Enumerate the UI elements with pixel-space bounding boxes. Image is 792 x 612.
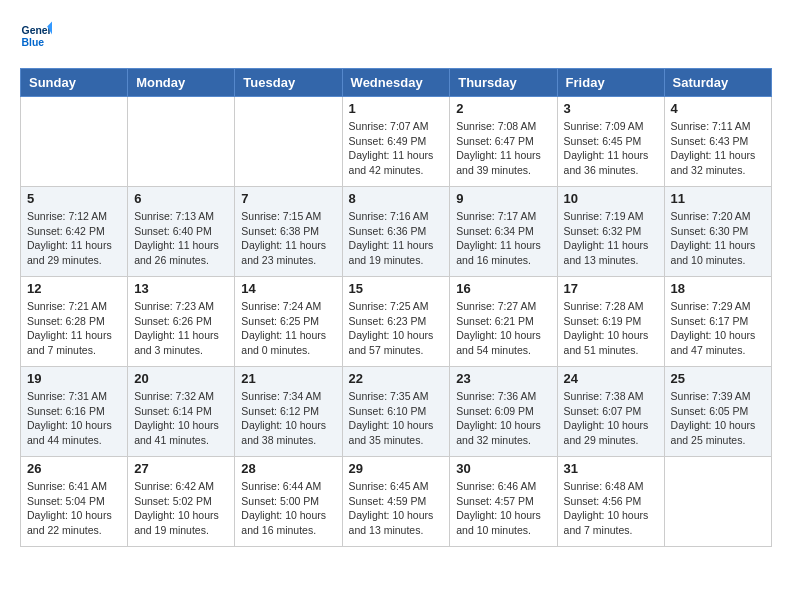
day-info: Sunrise: 7:09 AMSunset: 6:45 PMDaylight:… xyxy=(564,119,658,178)
day-info: Sunrise: 6:45 AMSunset: 4:59 PMDaylight:… xyxy=(349,479,444,538)
day-info: Sunrise: 7:31 AMSunset: 6:16 PMDaylight:… xyxy=(27,389,121,448)
day-of-week-header: Wednesday xyxy=(342,69,450,97)
calendar-cell: 3Sunrise: 7:09 AMSunset: 6:45 PMDaylight… xyxy=(557,97,664,187)
svg-text:Blue: Blue xyxy=(22,37,45,48)
calendar-cell: 14Sunrise: 7:24 AMSunset: 6:25 PMDayligh… xyxy=(235,277,342,367)
day-number: 18 xyxy=(671,281,765,296)
calendar-cell: 19Sunrise: 7:31 AMSunset: 6:16 PMDayligh… xyxy=(21,367,128,457)
day-of-week-header: Thursday xyxy=(450,69,557,97)
day-info: Sunrise: 7:08 AMSunset: 6:47 PMDaylight:… xyxy=(456,119,550,178)
calendar-cell: 23Sunrise: 7:36 AMSunset: 6:09 PMDayligh… xyxy=(450,367,557,457)
calendar-cell: 9Sunrise: 7:17 AMSunset: 6:34 PMDaylight… xyxy=(450,187,557,277)
day-info: Sunrise: 7:12 AMSunset: 6:42 PMDaylight:… xyxy=(27,209,121,268)
day-info: Sunrise: 7:38 AMSunset: 6:07 PMDaylight:… xyxy=(564,389,658,448)
day-number: 11 xyxy=(671,191,765,206)
calendar-week-row: 19Sunrise: 7:31 AMSunset: 6:16 PMDayligh… xyxy=(21,367,772,457)
calendar-cell: 17Sunrise: 7:28 AMSunset: 6:19 PMDayligh… xyxy=(557,277,664,367)
day-info: Sunrise: 7:17 AMSunset: 6:34 PMDaylight:… xyxy=(456,209,550,268)
calendar-cell: 28Sunrise: 6:44 AMSunset: 5:00 PMDayligh… xyxy=(235,457,342,547)
calendar-cell: 13Sunrise: 7:23 AMSunset: 6:26 PMDayligh… xyxy=(128,277,235,367)
day-number: 7 xyxy=(241,191,335,206)
day-number: 3 xyxy=(564,101,658,116)
calendar-cell: 12Sunrise: 7:21 AMSunset: 6:28 PMDayligh… xyxy=(21,277,128,367)
day-number: 16 xyxy=(456,281,550,296)
day-info: Sunrise: 6:46 AMSunset: 4:57 PMDaylight:… xyxy=(456,479,550,538)
calendar-cell xyxy=(664,457,771,547)
calendar-cell: 15Sunrise: 7:25 AMSunset: 6:23 PMDayligh… xyxy=(342,277,450,367)
day-info: Sunrise: 6:41 AMSunset: 5:04 PMDaylight:… xyxy=(27,479,121,538)
day-number: 6 xyxy=(134,191,228,206)
page-header: General Blue xyxy=(20,20,772,52)
day-number: 1 xyxy=(349,101,444,116)
calendar-cell: 20Sunrise: 7:32 AMSunset: 6:14 PMDayligh… xyxy=(128,367,235,457)
calendar-cell: 7Sunrise: 7:15 AMSunset: 6:38 PMDaylight… xyxy=(235,187,342,277)
calendar-cell xyxy=(235,97,342,187)
calendar-table: SundayMondayTuesdayWednesdayThursdayFrid… xyxy=(20,68,772,547)
calendar-cell: 16Sunrise: 7:27 AMSunset: 6:21 PMDayligh… xyxy=(450,277,557,367)
day-of-week-header: Tuesday xyxy=(235,69,342,97)
day-info: Sunrise: 7:16 AMSunset: 6:36 PMDaylight:… xyxy=(349,209,444,268)
day-number: 17 xyxy=(564,281,658,296)
calendar-cell: 26Sunrise: 6:41 AMSunset: 5:04 PMDayligh… xyxy=(21,457,128,547)
day-info: Sunrise: 7:21 AMSunset: 6:28 PMDaylight:… xyxy=(27,299,121,358)
day-number: 21 xyxy=(241,371,335,386)
day-number: 20 xyxy=(134,371,228,386)
day-of-week-header: Saturday xyxy=(664,69,771,97)
day-info: Sunrise: 7:29 AMSunset: 6:17 PMDaylight:… xyxy=(671,299,765,358)
day-info: Sunrise: 7:11 AMSunset: 6:43 PMDaylight:… xyxy=(671,119,765,178)
calendar-cell: 30Sunrise: 6:46 AMSunset: 4:57 PMDayligh… xyxy=(450,457,557,547)
svg-text:General: General xyxy=(22,25,52,36)
day-number: 14 xyxy=(241,281,335,296)
day-number: 12 xyxy=(27,281,121,296)
day-number: 31 xyxy=(564,461,658,476)
calendar-cell: 31Sunrise: 6:48 AMSunset: 4:56 PMDayligh… xyxy=(557,457,664,547)
day-number: 8 xyxy=(349,191,444,206)
logo-icon: General Blue xyxy=(20,20,52,52)
day-of-week-header: Monday xyxy=(128,69,235,97)
calendar-cell: 2Sunrise: 7:08 AMSunset: 6:47 PMDaylight… xyxy=(450,97,557,187)
calendar-cell: 29Sunrise: 6:45 AMSunset: 4:59 PMDayligh… xyxy=(342,457,450,547)
day-info: Sunrise: 6:42 AMSunset: 5:02 PMDaylight:… xyxy=(134,479,228,538)
day-info: Sunrise: 7:34 AMSunset: 6:12 PMDaylight:… xyxy=(241,389,335,448)
day-number: 22 xyxy=(349,371,444,386)
calendar-week-row: 5Sunrise: 7:12 AMSunset: 6:42 PMDaylight… xyxy=(21,187,772,277)
day-info: Sunrise: 7:25 AMSunset: 6:23 PMDaylight:… xyxy=(349,299,444,358)
day-number: 27 xyxy=(134,461,228,476)
day-info: Sunrise: 6:48 AMSunset: 4:56 PMDaylight:… xyxy=(564,479,658,538)
calendar-header-row: SundayMondayTuesdayWednesdayThursdayFrid… xyxy=(21,69,772,97)
day-info: Sunrise: 7:32 AMSunset: 6:14 PMDaylight:… xyxy=(134,389,228,448)
day-info: Sunrise: 7:39 AMSunset: 6:05 PMDaylight:… xyxy=(671,389,765,448)
day-info: Sunrise: 7:36 AMSunset: 6:09 PMDaylight:… xyxy=(456,389,550,448)
day-number: 4 xyxy=(671,101,765,116)
day-number: 15 xyxy=(349,281,444,296)
day-number: 29 xyxy=(349,461,444,476)
calendar-cell: 4Sunrise: 7:11 AMSunset: 6:43 PMDaylight… xyxy=(664,97,771,187)
calendar-week-row: 26Sunrise: 6:41 AMSunset: 5:04 PMDayligh… xyxy=(21,457,772,547)
calendar-cell xyxy=(128,97,235,187)
calendar-cell: 25Sunrise: 7:39 AMSunset: 6:05 PMDayligh… xyxy=(664,367,771,457)
calendar-cell: 18Sunrise: 7:29 AMSunset: 6:17 PMDayligh… xyxy=(664,277,771,367)
day-number: 26 xyxy=(27,461,121,476)
day-number: 5 xyxy=(27,191,121,206)
day-number: 13 xyxy=(134,281,228,296)
day-info: Sunrise: 7:28 AMSunset: 6:19 PMDaylight:… xyxy=(564,299,658,358)
day-number: 23 xyxy=(456,371,550,386)
calendar-cell: 6Sunrise: 7:13 AMSunset: 6:40 PMDaylight… xyxy=(128,187,235,277)
day-number: 28 xyxy=(241,461,335,476)
calendar-cell: 22Sunrise: 7:35 AMSunset: 6:10 PMDayligh… xyxy=(342,367,450,457)
day-info: Sunrise: 7:13 AMSunset: 6:40 PMDaylight:… xyxy=(134,209,228,268)
day-number: 10 xyxy=(564,191,658,206)
day-number: 25 xyxy=(671,371,765,386)
day-info: Sunrise: 7:27 AMSunset: 6:21 PMDaylight:… xyxy=(456,299,550,358)
day-info: Sunrise: 7:07 AMSunset: 6:49 PMDaylight:… xyxy=(349,119,444,178)
calendar-cell: 5Sunrise: 7:12 AMSunset: 6:42 PMDaylight… xyxy=(21,187,128,277)
day-info: Sunrise: 6:44 AMSunset: 5:00 PMDaylight:… xyxy=(241,479,335,538)
day-of-week-header: Sunday xyxy=(21,69,128,97)
calendar-cell: 11Sunrise: 7:20 AMSunset: 6:30 PMDayligh… xyxy=(664,187,771,277)
calendar-cell: 21Sunrise: 7:34 AMSunset: 6:12 PMDayligh… xyxy=(235,367,342,457)
day-info: Sunrise: 7:20 AMSunset: 6:30 PMDaylight:… xyxy=(671,209,765,268)
day-info: Sunrise: 7:23 AMSunset: 6:26 PMDaylight:… xyxy=(134,299,228,358)
day-info: Sunrise: 7:24 AMSunset: 6:25 PMDaylight:… xyxy=(241,299,335,358)
calendar-cell: 10Sunrise: 7:19 AMSunset: 6:32 PMDayligh… xyxy=(557,187,664,277)
day-number: 30 xyxy=(456,461,550,476)
